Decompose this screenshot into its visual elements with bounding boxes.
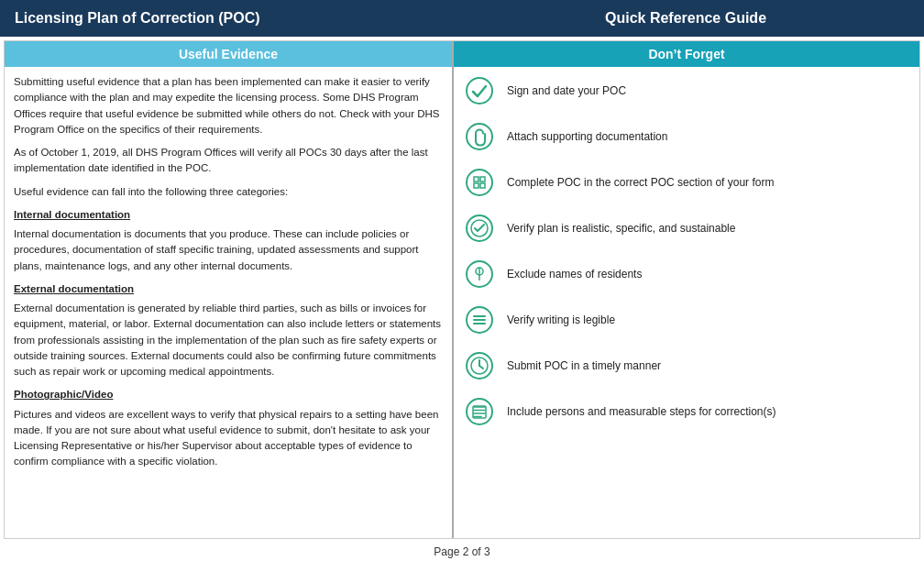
lines-circle-icon — [463, 303, 496, 336]
page-header: Licensing Plan of Correction (POC) Quick… — [0, 0, 924, 37]
categories-intro: Useful evidence can fall into the follow… — [14, 184, 443, 200]
left-panel: Useful Evidence Submitting useful eviden… — [5, 41, 454, 538]
checklist-label-5: Verify writing is legible — [507, 314, 615, 326]
section-external: External documentation External document… — [14, 281, 443, 380]
svg-point-20 — [467, 399, 492, 424]
paperclip-circle-icon — [463, 120, 496, 153]
checklist-item-0: Sign and date your POC — [463, 74, 910, 107]
intro-paragraph: Submitting useful evidence that a plan h… — [14, 74, 443, 138]
main-content: Useful Evidence Submitting useful eviden… — [4, 40, 920, 539]
svg-point-0 — [467, 78, 492, 104]
svg-rect-3 — [474, 177, 478, 182]
header-title: Licensing Plan of Correction (POC) — [15, 10, 462, 27]
checklist-item-1: Attach supporting documentation — [463, 120, 910, 153]
svg-line-19 — [479, 366, 483, 368]
checklist-label-6: Submit POC in a timely manner — [507, 359, 661, 372]
person-circle-icon — [463, 258, 496, 291]
section-internal-body: Internal documentation is documents that… — [14, 228, 419, 271]
checklist-item-5: Verify writing is legible — [463, 303, 910, 336]
checklist-label-2: Complete POC in the correct POC section … — [507, 176, 774, 189]
checklist-item-2: Complete POC in the correct POC section … — [463, 166, 910, 199]
checklist-label-4: Exclude names of residents — [507, 268, 642, 280]
section-external-title: External documentation — [14, 281, 443, 297]
checklist-label-3: Verify plan is realistic, specific, and … — [507, 222, 735, 235]
right-panel-heading: Don’t Forget — [454, 41, 919, 67]
section-internal: Internal documentation Internal document… — [14, 207, 443, 274]
checklist-item-4: Exclude names of residents — [463, 258, 910, 291]
clock-circle-icon — [463, 349, 496, 382]
checkmark-circle-icon — [463, 74, 496, 107]
svg-point-2 — [467, 170, 492, 195]
page-footer: Page 2 of 3 — [0, 539, 924, 561]
section-external-body: External documentation is generated by r… — [14, 302, 441, 377]
section-photo: Photographic/Video Pictures and videos a… — [14, 387, 443, 469]
section-photo-body: Pictures and videos are excellent ways t… — [14, 409, 438, 468]
checklist-item-3: Verify plan is realistic, specific, and … — [463, 212, 910, 245]
page-number: Page 2 of 3 — [434, 545, 490, 558]
left-panel-heading: Useful Evidence — [5, 41, 452, 67]
left-panel-body: Submitting useful evidence that a plan h… — [5, 74, 452, 487]
svg-rect-5 — [474, 183, 478, 188]
section-internal-title: Internal documentation — [14, 207, 443, 223]
checklist-label-1: Attach supporting documentation — [507, 130, 667, 143]
as-of-paragraph: As of October 1, 2019, all DHS Program O… — [14, 145, 443, 177]
header-subtitle: Quick Reference Guide — [462, 10, 909, 27]
checklist-label-7: Include persons and measurable steps for… — [507, 405, 776, 418]
checklist-label-0: Sign and date your POC — [507, 84, 626, 97]
grid-circle-icon — [463, 166, 496, 199]
svg-rect-4 — [480, 177, 485, 182]
checklist-item-6: Submit POC in a timely manner — [463, 349, 910, 382]
list-circle-icon — [463, 395, 496, 428]
right-panel: Don’t Forget Sign and date your POC — [454, 41, 919, 538]
right-panel-body: Sign and date your POC Attach supporting… — [454, 74, 919, 428]
section-photo-title: Photographic/Video — [14, 387, 443, 402]
check-circle-icon — [463, 212, 496, 245]
checklist-item-7: Include persons and measurable steps for… — [463, 395, 910, 428]
svg-rect-6 — [480, 183, 485, 188]
